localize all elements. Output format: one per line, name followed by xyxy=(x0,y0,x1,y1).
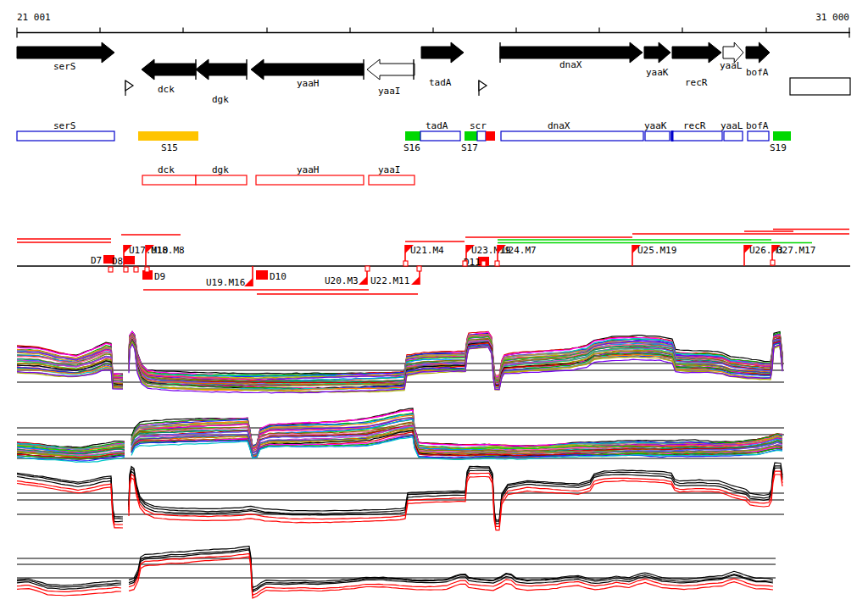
flag-u22-m11[interactable] xyxy=(411,276,420,285)
flag-label-u25-m19: U25.M19 xyxy=(637,245,676,256)
gene-label-dck: dck xyxy=(158,84,175,95)
gene-label-sers: serS xyxy=(53,61,76,72)
segment-tick-box xyxy=(495,261,499,266)
signal-line-profile-track-2 xyxy=(17,582,121,590)
red-feature-box-dck[interactable] xyxy=(142,175,196,185)
ruler-end-label: 31 000 xyxy=(815,12,849,23)
feature-box-yaal[interactable] xyxy=(724,131,743,141)
segment-tick-box xyxy=(771,260,775,265)
feature-box-s17[interactable] xyxy=(465,131,477,141)
signal-line-profile-track-1 xyxy=(129,471,782,526)
signal-line-profile-track-1 xyxy=(17,484,123,529)
feature-label-recr: recR xyxy=(683,120,706,131)
gene-label-dnax: dnaX xyxy=(559,59,582,70)
flag-u19-m16[interactable] xyxy=(244,278,253,286)
flag-label-u24-m7: U24.M7 xyxy=(503,245,537,256)
feature-label-s17: S17 xyxy=(461,142,478,153)
gene-arrow-tada[interactable] xyxy=(421,42,464,63)
gene-label-bofa: bofA xyxy=(746,67,769,78)
gene-arrow-sers[interactable] xyxy=(17,42,114,63)
signal-line-profile-track-1 xyxy=(17,473,123,517)
segment-box-d8[interactable] xyxy=(124,256,135,264)
red-feature-label-dgk: dgk xyxy=(212,164,229,175)
feature-box-yaak[interactable] xyxy=(645,131,670,141)
segment-tick-box xyxy=(481,261,486,266)
red-feature-label-yaai: yaaI xyxy=(378,164,401,175)
flag-label-u22-m11: U22.M11 xyxy=(370,275,409,286)
red-feature-label-yaah: yaaH xyxy=(297,164,320,175)
feature-label-tada: tadA xyxy=(426,120,448,131)
gene-label-dgk: dgk xyxy=(212,94,229,105)
gene-arrow-dgk[interactable] xyxy=(196,59,247,80)
feature-box-scr-red[interactable] xyxy=(486,131,495,141)
browser-canvas[interactable]: 21 001 31 000 serStadAdnaXyaaKrecRyaaLbo… xyxy=(0,0,868,605)
segment-tick-box xyxy=(417,266,421,271)
gene-label-yaai: yaaI xyxy=(378,86,401,97)
gene-arrow-dck[interactable] xyxy=(142,59,196,80)
flag-label-u21-m4: U21.M4 xyxy=(410,245,444,256)
feature-label-s19: S19 xyxy=(770,142,787,153)
feature-label-s16: S16 xyxy=(403,142,420,153)
feature-box-recr[interactable] xyxy=(671,131,722,141)
red-feature-box-yaah[interactable] xyxy=(256,175,364,185)
red-feature-box-yaai[interactable] xyxy=(369,175,415,185)
genome-browser-window: 21 001 31 000 serStadAdnaXyaaKrecRyaaLbo… xyxy=(0,0,868,605)
flag-label-u20-m3: U20.M3 xyxy=(325,275,359,286)
feature-label-scr: scr xyxy=(470,120,487,131)
feature-box-scr-mid[interactable] xyxy=(477,131,486,141)
flag-label-u27-m17: U27.M17 xyxy=(776,245,815,256)
segment-label-d7: D7 xyxy=(91,255,102,266)
segment-tick-box xyxy=(134,267,138,272)
red-feature-label-dck: dck xyxy=(158,164,175,175)
feature-label-yaal: yaaL xyxy=(721,120,743,131)
promoter-flag-icon[interactable] xyxy=(125,80,133,91)
segment-tick-box xyxy=(365,266,370,271)
signal-line-expression-array-1 xyxy=(17,369,123,389)
gene-arrow-yaak[interactable] xyxy=(644,42,670,63)
gene-label-tada: tadA xyxy=(429,77,452,88)
segment-label-d8: D8 xyxy=(112,256,123,267)
feature-label-s15: S15 xyxy=(161,142,178,153)
signal-line-profile-track-1 xyxy=(129,468,782,524)
segment-box-d10[interactable] xyxy=(256,270,268,280)
segment-tick-box xyxy=(124,267,128,272)
feature-box-s19[interactable] xyxy=(773,131,791,141)
red-feature-box-dgk[interactable] xyxy=(196,175,247,185)
segment-tick-box xyxy=(403,261,408,266)
feature-box-tada[interactable] xyxy=(420,131,460,141)
gene-label-yaal: yaaL xyxy=(720,60,743,71)
feature-label-sers: serS xyxy=(53,120,76,131)
segment-tick-box xyxy=(145,267,149,272)
gene-arrow-bofa[interactable] xyxy=(746,42,770,63)
gene-arrow-yaah[interactable] xyxy=(251,59,364,80)
gene-label-yaak: yaaK xyxy=(646,67,669,78)
flag-u20-m3[interactable] xyxy=(359,276,367,285)
feature-box-s15[interactable] xyxy=(138,131,198,141)
feature-label-dnax: dnaX xyxy=(548,120,570,131)
unlabeled-feature-box[interactable] xyxy=(790,78,850,95)
segment-label-d9: D9 xyxy=(154,271,165,282)
feature-label-bofa: bofA xyxy=(746,120,769,131)
feature-box-dnax[interactable] xyxy=(501,131,643,141)
feature-box-bofa[interactable] xyxy=(748,131,769,141)
gene-label-recr: recR xyxy=(685,77,708,88)
segment-tick-box xyxy=(108,267,113,272)
segment-label-d10: D10 xyxy=(270,271,287,282)
feature-box-s16[interactable] xyxy=(405,131,420,141)
feature-label-yaak: yaaK xyxy=(644,120,667,131)
flag-label-u18-m8: U18.M8 xyxy=(151,245,185,256)
feature-box-sers[interactable] xyxy=(17,131,114,141)
gene-arrow-yaai[interactable] xyxy=(367,59,415,80)
gene-arrow-recr[interactable] xyxy=(672,42,721,63)
flag-label-u19-m16: U19.M16 xyxy=(206,277,245,288)
segment-tick-box xyxy=(463,261,467,266)
gene-label-yaah: yaaH xyxy=(297,78,320,89)
ruler-start-label: 21 001 xyxy=(17,12,51,23)
promoter-flag-icon[interactable] xyxy=(479,80,487,91)
